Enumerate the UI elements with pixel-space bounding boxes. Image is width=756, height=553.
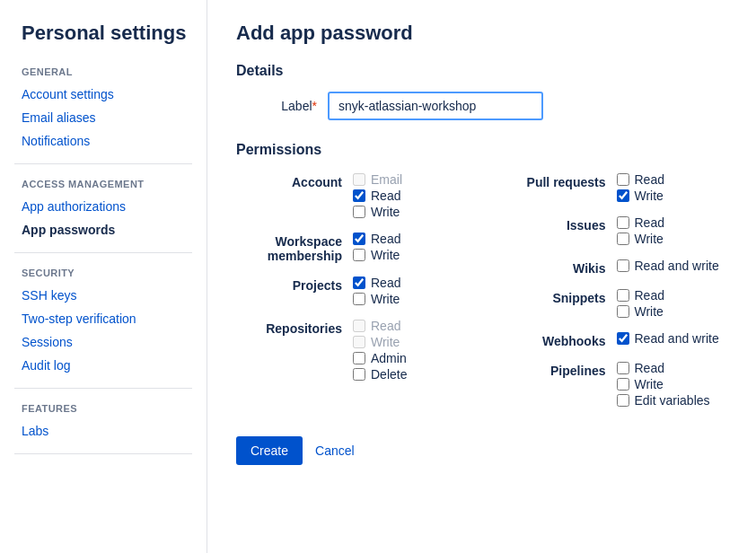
permission-check-item: Edit variables bbox=[617, 393, 710, 408]
perm-group-label-pipelines: Pipelines bbox=[500, 361, 617, 378]
perm-group-label-projects: Projects bbox=[236, 276, 353, 293]
permissions-section-title: Permissions bbox=[236, 142, 727, 158]
perm-checks-snippets: ReadWrite bbox=[617, 288, 664, 319]
details-section-title: Details bbox=[236, 63, 727, 79]
perm-group-label-workspace-membership: Workspace membership bbox=[236, 232, 353, 263]
permission-check-item: Write bbox=[617, 377, 710, 391]
perm-checks-wikis: Read and write bbox=[617, 259, 719, 273]
sidebar-item-app-authorizations[interactable]: App authorizations bbox=[14, 195, 192, 218]
checkbox-wikis-read-and-write[interactable] bbox=[617, 259, 629, 272]
sidebar-section-label-1: ACCESS MANAGEMENT bbox=[22, 179, 192, 189]
checkbox-label: Read and write bbox=[635, 331, 719, 346]
sidebar-divider-0 bbox=[14, 163, 192, 164]
checkbox-issues-read[interactable] bbox=[617, 216, 629, 229]
permission-check-item: Write bbox=[353, 335, 407, 349]
sidebar-item-two-step-verification[interactable]: Two-step verification bbox=[14, 307, 192, 330]
permission-check-item: Read bbox=[353, 276, 400, 290]
checkbox-webhooks-read-and-write[interactable] bbox=[617, 332, 629, 345]
button-row: Create Cancel bbox=[236, 436, 727, 465]
checkbox-account-email[interactable] bbox=[353, 173, 365, 186]
label-input[interactable] bbox=[328, 92, 543, 120]
perm-group-label-wikis: Wikis bbox=[500, 259, 617, 276]
checkbox-label: Write bbox=[635, 304, 664, 319]
permission-check-item: Write bbox=[617, 232, 664, 246]
perm-checks-projects: ReadWrite bbox=[353, 276, 400, 306]
perm-checks-workspace-membership: ReadWrite bbox=[353, 232, 400, 262]
checkbox-pipelines-read[interactable] bbox=[617, 362, 629, 374]
checkbox-projects-read[interactable] bbox=[353, 276, 365, 289]
perm-checks-issues: ReadWrite bbox=[617, 215, 664, 246]
checkbox-repositories-read[interactable] bbox=[353, 320, 365, 332]
checkbox-repositories-admin[interactable] bbox=[353, 352, 365, 364]
perm-group-label-account: Account bbox=[236, 172, 353, 189]
perm-group-label-repositories: Repositories bbox=[236, 319, 353, 336]
checkbox-account-write[interactable] bbox=[353, 206, 365, 218]
checkbox-repositories-delete[interactable] bbox=[353, 368, 365, 381]
checkbox-label: Admin bbox=[371, 351, 407, 365]
permission-check-item: Email bbox=[353, 172, 402, 187]
permission-check-item: Write bbox=[617, 189, 664, 203]
perm-checks-account: EmailReadWrite bbox=[353, 172, 402, 219]
permissions-grid: AccountEmailReadWriteWorkspace membershi… bbox=[236, 172, 727, 408]
checkbox-snippets-write[interactable] bbox=[617, 305, 629, 318]
sidebar-item-notifications[interactable]: Notifications bbox=[14, 129, 192, 153]
checkbox-pipelines-write[interactable] bbox=[617, 378, 629, 391]
checkbox-projects-write[interactable] bbox=[353, 293, 365, 305]
permission-check-item: Read and write bbox=[617, 331, 719, 346]
permission-check-item: Read and write bbox=[617, 259, 719, 273]
permissions-left-col: AccountEmailReadWriteWorkspace membershi… bbox=[236, 172, 464, 408]
perm-group-label-webhooks: Webhooks bbox=[500, 331, 617, 348]
checkbox-account-read[interactable] bbox=[353, 189, 365, 202]
checkbox-label: Edit variables bbox=[635, 393, 710, 408]
checkbox-label: Read bbox=[635, 172, 664, 187]
perm-group-snippets: SnippetsReadWrite bbox=[500, 288, 728, 319]
checkbox-label: Write bbox=[371, 292, 400, 306]
checkbox-pipelines-edit-variables[interactable] bbox=[617, 394, 629, 407]
checkbox-label: Read and write bbox=[635, 259, 719, 273]
main-content: Add app password Details Label* Permissi… bbox=[207, 0, 756, 553]
sidebar: Personal settings GENERALAccount setting… bbox=[0, 0, 207, 553]
sidebar-section-label-3: FEATURES bbox=[22, 403, 192, 414]
perm-group-issues: IssuesReadWrite bbox=[500, 215, 728, 246]
checkbox-label: Read bbox=[371, 276, 400, 290]
checkbox-repositories-write[interactable] bbox=[353, 336, 365, 348]
checkbox-issues-write[interactable] bbox=[617, 233, 629, 245]
permission-check-item: Read bbox=[617, 361, 710, 375]
checkbox-label: Email bbox=[371, 172, 402, 187]
sidebar-item-email-aliases[interactable]: Email aliases bbox=[14, 106, 192, 129]
sidebar-item-app-passwords[interactable]: App passwords bbox=[14, 218, 192, 241]
perm-group-label-issues: Issues bbox=[500, 215, 617, 233]
create-button[interactable]: Create bbox=[236, 436, 303, 465]
checkbox-workspace-membership-read[interactable] bbox=[353, 233, 365, 245]
checkbox-label: Read bbox=[635, 288, 664, 303]
perm-checks-pull-requests: ReadWrite bbox=[617, 172, 664, 203]
permission-check-item: Read bbox=[617, 215, 664, 230]
sidebar-item-account-settings[interactable]: Account settings bbox=[14, 83, 192, 106]
permission-check-item: Write bbox=[353, 248, 400, 262]
perm-checks-pipelines: ReadWriteEdit variables bbox=[617, 361, 710, 408]
checkbox-label: Write bbox=[635, 189, 664, 203]
sidebar-section-label-0: GENERAL bbox=[22, 66, 192, 77]
perm-group-account: AccountEmailReadWrite bbox=[236, 172, 464, 219]
label-row: Label* bbox=[236, 92, 727, 120]
cancel-button[interactable]: Cancel bbox=[312, 436, 358, 465]
checkbox-label: Write bbox=[635, 377, 664, 391]
checkbox-snippets-read[interactable] bbox=[617, 289, 629, 302]
checkbox-label: Write bbox=[371, 248, 400, 262]
perm-checks-webhooks: Read and write bbox=[617, 331, 719, 346]
checkbox-label: Write bbox=[371, 205, 400, 219]
checkbox-workspace-membership-write[interactable] bbox=[353, 249, 365, 261]
permission-check-item: Read bbox=[617, 172, 664, 187]
sidebar-item-ssh-keys[interactable]: SSH keys bbox=[14, 284, 192, 307]
sidebar-item-audit-log[interactable]: Audit log bbox=[14, 354, 192, 377]
perm-group-projects: ProjectsReadWrite bbox=[236, 276, 464, 306]
permission-check-item: Write bbox=[617, 304, 664, 319]
sidebar-item-sessions[interactable]: Sessions bbox=[14, 330, 192, 354]
checkbox-pull-requests-write[interactable] bbox=[617, 189, 629, 202]
checkbox-label: Write bbox=[371, 335, 400, 349]
permission-check-item: Read bbox=[353, 189, 402, 203]
sidebar-item-labs[interactable]: Labs bbox=[14, 419, 192, 443]
checkbox-label: Delete bbox=[371, 367, 407, 382]
checkbox-pull-requests-read[interactable] bbox=[617, 173, 629, 186]
perm-group-webhooks: WebhooksRead and write bbox=[500, 331, 728, 348]
